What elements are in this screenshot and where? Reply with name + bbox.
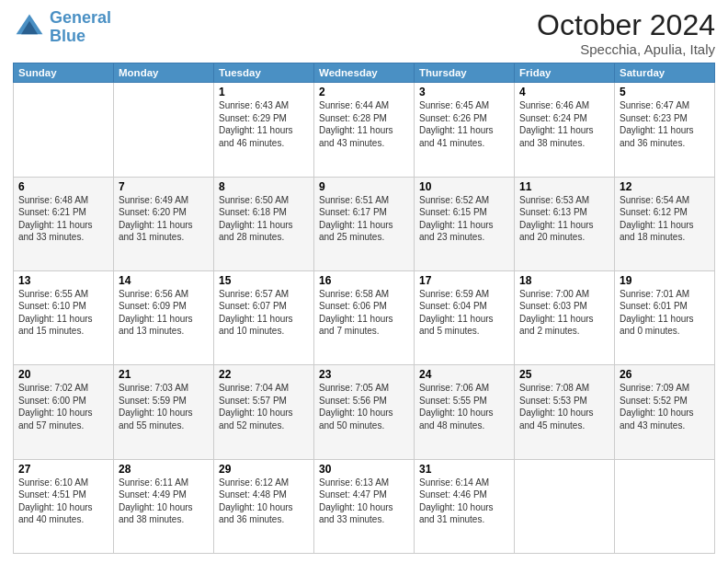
col-header-tuesday: Tuesday <box>214 63 314 83</box>
day-detail: Sunrise: 6:50 AM Sunset: 6:18 PM Dayligh… <box>219 194 309 244</box>
calendar-cell: 20Sunrise: 7:02 AM Sunset: 6:00 PM Dayli… <box>14 365 114 459</box>
calendar-cell: 15Sunrise: 6:57 AM Sunset: 6:07 PM Dayli… <box>214 270 314 364</box>
col-header-sunday: Sunday <box>14 63 114 83</box>
day-detail: Sunrise: 6:48 AM Sunset: 6:21 PM Dayligh… <box>18 194 108 244</box>
day-detail: Sunrise: 6:49 AM Sunset: 6:20 PM Dayligh… <box>119 194 209 244</box>
day-detail: Sunrise: 6:11 AM Sunset: 4:49 PM Dayligh… <box>119 477 209 526</box>
day-detail: Sunrise: 6:57 AM Sunset: 6:07 PM Dayligh… <box>219 288 309 338</box>
day-number: 2 <box>319 86 409 98</box>
day-number: 3 <box>419 86 509 98</box>
day-number: 22 <box>219 368 309 381</box>
day-detail: Sunrise: 6:53 AM Sunset: 6:13 PM Dayligh… <box>519 194 609 244</box>
day-number: 4 <box>519 86 609 98</box>
day-number: 19 <box>620 274 710 287</box>
day-number: 6 <box>18 180 108 193</box>
day-number: 15 <box>219 274 309 287</box>
calendar-cell: 28Sunrise: 6:11 AM Sunset: 4:49 PM Dayli… <box>114 459 214 553</box>
calendar-cell: 3Sunrise: 6:45 AM Sunset: 6:26 PM Daylig… <box>415 83 515 177</box>
calendar-cell <box>615 459 715 553</box>
calendar-cell: 16Sunrise: 6:58 AM Sunset: 6:06 PM Dayli… <box>314 270 415 364</box>
day-number: 24 <box>419 368 509 381</box>
calendar-cell: 9Sunrise: 6:51 AM Sunset: 6:17 PM Daylig… <box>314 177 415 270</box>
calendar-cell: 29Sunrise: 6:12 AM Sunset: 4:48 PM Dayli… <box>214 459 314 553</box>
calendar-cell <box>515 459 615 553</box>
day-detail: Sunrise: 7:06 AM Sunset: 5:55 PM Dayligh… <box>419 382 509 431</box>
col-header-wednesday: Wednesday <box>314 63 415 83</box>
calendar-table: SundayMondayTuesdayWednesdayThursdayFrid… <box>13 63 715 554</box>
calendar-header-row: SundayMondayTuesdayWednesdayThursdayFrid… <box>14 63 715 83</box>
day-number: 21 <box>119 368 209 381</box>
day-detail: Sunrise: 7:02 AM Sunset: 6:00 PM Dayligh… <box>18 382 108 431</box>
day-number: 13 <box>18 274 108 287</box>
col-header-saturday: Saturday <box>615 63 715 83</box>
day-number: 9 <box>319 180 409 193</box>
calendar-row-1: 6Sunrise: 6:48 AM Sunset: 6:21 PM Daylig… <box>14 177 715 270</box>
day-number: 20 <box>18 368 108 381</box>
calendar-cell <box>14 83 114 177</box>
day-detail: Sunrise: 7:01 AM Sunset: 6:01 PM Dayligh… <box>620 288 710 338</box>
logo-icon <box>13 11 46 44</box>
col-header-friday: Friday <box>515 63 615 83</box>
day-detail: Sunrise: 6:10 AM Sunset: 4:51 PM Dayligh… <box>18 477 108 526</box>
day-detail: Sunrise: 6:52 AM Sunset: 6:15 PM Dayligh… <box>419 194 509 244</box>
day-number: 29 <box>219 463 309 476</box>
day-number: 30 <box>319 463 409 476</box>
calendar-cell: 12Sunrise: 6:54 AM Sunset: 6:12 PM Dayli… <box>615 177 715 270</box>
calendar-cell: 19Sunrise: 7:01 AM Sunset: 6:01 PM Dayli… <box>615 270 715 364</box>
calendar-cell: 21Sunrise: 7:03 AM Sunset: 5:59 PM Dayli… <box>114 365 214 459</box>
logo-general: General <box>50 8 111 27</box>
day-detail: Sunrise: 6:43 AM Sunset: 6:29 PM Dayligh… <box>219 99 309 149</box>
day-detail: Sunrise: 6:59 AM Sunset: 6:04 PM Dayligh… <box>419 288 509 338</box>
day-detail: Sunrise: 6:55 AM Sunset: 6:10 PM Dayligh… <box>18 288 108 338</box>
day-number: 5 <box>620 86 710 98</box>
calendar-cell: 27Sunrise: 6:10 AM Sunset: 4:51 PM Dayli… <box>14 459 114 553</box>
calendar-cell: 25Sunrise: 7:08 AM Sunset: 5:53 PM Dayli… <box>515 365 615 459</box>
calendar-cell: 14Sunrise: 6:56 AM Sunset: 6:09 PM Dayli… <box>114 270 214 364</box>
day-detail: Sunrise: 7:08 AM Sunset: 5:53 PM Dayligh… <box>519 382 609 431</box>
calendar-cell: 6Sunrise: 6:48 AM Sunset: 6:21 PM Daylig… <box>14 177 114 270</box>
day-detail: Sunrise: 6:46 AM Sunset: 6:24 PM Dayligh… <box>519 99 609 149</box>
day-number: 11 <box>519 180 609 193</box>
day-number: 8 <box>219 180 309 193</box>
calendar-cell: 8Sunrise: 6:50 AM Sunset: 6:18 PM Daylig… <box>214 177 314 270</box>
day-number: 7 <box>119 180 209 193</box>
logo: General Blue <box>13 9 111 46</box>
page: General Blue October 2024 Specchia, Apul… <box>0 0 728 563</box>
logo-blue: Blue <box>50 27 85 45</box>
day-detail: Sunrise: 6:47 AM Sunset: 6:23 PM Dayligh… <box>620 99 710 149</box>
day-number: 26 <box>620 368 710 381</box>
calendar-cell: 2Sunrise: 6:44 AM Sunset: 6:28 PM Daylig… <box>314 83 415 177</box>
calendar-cell: 7Sunrise: 6:49 AM Sunset: 6:20 PM Daylig… <box>114 177 214 270</box>
day-number: 14 <box>119 274 209 287</box>
day-detail: Sunrise: 7:05 AM Sunset: 5:56 PM Dayligh… <box>319 382 409 431</box>
calendar-row-3: 20Sunrise: 7:02 AM Sunset: 6:00 PM Dayli… <box>14 365 715 459</box>
calendar-cell: 1Sunrise: 6:43 AM Sunset: 6:29 PM Daylig… <box>214 83 314 177</box>
calendar-cell: 5Sunrise: 6:47 AM Sunset: 6:23 PM Daylig… <box>615 83 715 177</box>
day-detail: Sunrise: 6:13 AM Sunset: 4:47 PM Dayligh… <box>319 477 409 526</box>
calendar-cell: 22Sunrise: 7:04 AM Sunset: 5:57 PM Dayli… <box>214 365 314 459</box>
calendar-cell: 17Sunrise: 6:59 AM Sunset: 6:04 PM Dayli… <box>415 270 515 364</box>
day-number: 31 <box>419 463 509 476</box>
day-detail: Sunrise: 7:03 AM Sunset: 5:59 PM Dayligh… <box>119 382 209 431</box>
day-number: 27 <box>18 463 108 476</box>
title-block: October 2024 Specchia, Apulia, Italy <box>537 9 715 57</box>
day-detail: Sunrise: 6:45 AM Sunset: 6:26 PM Dayligh… <box>419 99 509 149</box>
day-detail: Sunrise: 6:58 AM Sunset: 6:06 PM Dayligh… <box>319 288 409 338</box>
calendar-cell: 13Sunrise: 6:55 AM Sunset: 6:10 PM Dayli… <box>14 270 114 364</box>
day-detail: Sunrise: 7:04 AM Sunset: 5:57 PM Dayligh… <box>219 382 309 431</box>
day-number: 12 <box>620 180 710 193</box>
day-number: 1 <box>219 86 309 98</box>
day-detail: Sunrise: 6:54 AM Sunset: 6:12 PM Dayligh… <box>620 194 710 244</box>
calendar-cell: 31Sunrise: 6:14 AM Sunset: 4:46 PM Dayli… <box>415 459 515 553</box>
main-title: October 2024 <box>537 9 715 41</box>
calendar-cell: 4Sunrise: 6:46 AM Sunset: 6:24 PM Daylig… <box>515 83 615 177</box>
day-detail: Sunrise: 6:56 AM Sunset: 6:09 PM Dayligh… <box>119 288 209 338</box>
day-number: 18 <box>519 274 609 287</box>
col-header-thursday: Thursday <box>415 63 515 83</box>
day-detail: Sunrise: 6:14 AM Sunset: 4:46 PM Dayligh… <box>419 477 509 526</box>
day-number: 25 <box>519 368 609 381</box>
calendar-row-2: 13Sunrise: 6:55 AM Sunset: 6:10 PM Dayli… <box>14 270 715 364</box>
day-number: 28 <box>119 463 209 476</box>
day-detail: Sunrise: 6:51 AM Sunset: 6:17 PM Dayligh… <box>319 194 409 244</box>
calendar-cell: 11Sunrise: 6:53 AM Sunset: 6:13 PM Dayli… <box>515 177 615 270</box>
